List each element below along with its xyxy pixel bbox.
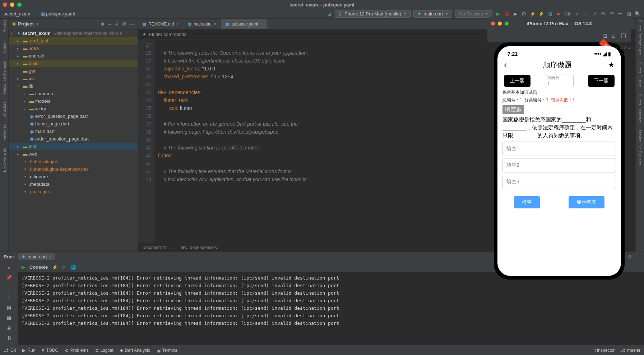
close-icon[interactable]: ×: [176, 22, 179, 27]
show-answer-button[interactable]: 显示答案: [569, 196, 604, 208]
chevron-icon[interactable]: ▸: [17, 62, 22, 65]
chevron-icon[interactable]: ▸: [17, 77, 22, 80]
tool-flutter-performance[interactable]: Flutter Performance: [638, 20, 642, 55]
tree-item--gitignore[interactable]: ▪.gitignore: [9, 173, 138, 180]
restart-icon[interactable]: ⟳: [62, 264, 66, 270]
maximize-window-icon[interactable]: [17, 3, 22, 7]
bottom-inspector[interactable]: t Inspector: [594, 348, 615, 353]
chevron-icon[interactable]: ▸: [17, 54, 22, 58]
tool-flutter-inspector[interactable]: Flutter Inspector: [638, 94, 642, 123]
tree-item-ios[interactable]: ▸▬ios: [9, 75, 138, 82]
chevron-down-icon[interactable]: ▼: [36, 22, 39, 26]
tree-item--flutter-plugins-dependencies[interactable]: ▪.flutter-plugins-dependencies: [9, 165, 138, 173]
tree-item-models[interactable]: ▸▬models: [9, 97, 138, 105]
chevron-icon[interactable]: ▸: [17, 47, 22, 50]
blank-input-3[interactable]: 填空3: [502, 175, 616, 189]
profile-icon[interactable]: ⏱: [521, 11, 527, 17]
tree-item--dart-tool[interactable]: ▸▬.dart_tool: [9, 37, 138, 45]
devtools-icon[interactable]: ▥: [547, 11, 553, 17]
up-icon[interactable]: ↑: [6, 294, 12, 301]
bottom-master[interactable]: ⎇master: [620, 348, 640, 353]
tab-README-md[interactable]: ▦README.md×: [138, 19, 183, 29]
hide-icon[interactable]: —: [130, 21, 135, 27]
git-commit-icon[interactable]: ✓: [583, 11, 589, 17]
bottom-problems[interactable]: ⊘Problems: [65, 348, 89, 353]
target-icon[interactable]: ⊕: [101, 21, 105, 27]
tree-item-error-question-page-dart[interactable]: ◉error_question_page.dart: [9, 112, 138, 120]
device-selector[interactable]: ▯ iPhone 12 Pro Max (mobile) ▼: [335, 10, 411, 18]
bottom-logcat[interactable]: ≣Logcat: [95, 348, 113, 353]
layout-icon[interactable]: ▦: [6, 314, 12, 321]
chevron-icon[interactable]: ▸: [17, 152, 22, 156]
tool-commit[interactable]: Commit: [2, 40, 6, 53]
tree-item-android[interactable]: ▸▬android: [9, 52, 138, 60]
ios-simulator[interactable]: iPhone 12 Pro Max – iOS 14.3 ⧉ ⌂ ☐ DEBUG…: [487, 17, 631, 280]
sim-traffic-lights[interactable]: [491, 22, 509, 26]
minimize-window-icon[interactable]: [10, 3, 14, 7]
print-icon[interactable]: 🖶: [6, 324, 12, 331]
chevron-icon[interactable]: ▸: [24, 100, 29, 103]
avd-icon[interactable]: ▭: [617, 11, 623, 17]
tab-pubspec-yaml[interactable]: ▦pubspec.yaml×: [221, 19, 267, 29]
prev-button[interactable]: 上一题: [504, 75, 531, 87]
home-icon[interactable]: ⌂: [612, 32, 616, 40]
run-file-tab[interactable]: ✦ main.dart ×: [18, 253, 56, 260]
tab-main-dart[interactable]: ▦main.dart×: [183, 19, 221, 29]
undo-icon[interactable]: ↶: [609, 11, 615, 17]
device-screen[interactable]: 7:21 •••• ◢ ▮ ‹ 顺序做题 ★ 上一题 跳转至 1 下一题: [497, 46, 621, 276]
lightning-icon[interactable]: ⚡: [52, 264, 58, 270]
run-icon[interactable]: ▶: [495, 11, 501, 17]
tree-item-test[interactable]: ▸▬test: [9, 143, 138, 150]
tree-root[interactable]: ▾ ✦ secret_exam ~/development/Projects/M…: [9, 29, 138, 37]
tree-item-web[interactable]: ▸▬web: [9, 150, 138, 158]
tool-favorites[interactable]: Favorites: [2, 124, 6, 140]
bottom-run[interactable]: ▶Run: [22, 348, 35, 353]
back-icon[interactable]: ‹: [504, 60, 507, 70]
tool-build-variants[interactable]: Build Variants: [2, 148, 6, 172]
trash-icon[interactable]: 🗑: [6, 335, 12, 341]
multitask-icon[interactable]: ☐: [621, 32, 626, 40]
project-tree[interactable]: ▾ ✦ secret_exam ~/development/Projects/M…: [9, 29, 138, 252]
tree-item-lib[interactable]: ▾▬lib: [9, 82, 138, 90]
history-icon[interactable]: ⟲: [600, 11, 606, 17]
maximize-icon[interactable]: [505, 22, 509, 26]
chevron-down-icon[interactable]: ▾: [11, 32, 16, 35]
screenshot-icon[interactable]: ▤: [6, 304, 12, 311]
bottom-todo[interactable]: ≡TODO: [42, 348, 58, 353]
chevron-icon[interactable]: ▸: [17, 39, 22, 43]
console-output[interactable]: [VERBOSE-2:profiler_metrics_ios.mm(184)]…: [18, 272, 644, 345]
bottom-terminal[interactable]: ▣Terminal: [157, 348, 179, 353]
close-icon[interactable]: [491, 22, 495, 26]
bottom-dart[interactable]: ◆Dart Analysis: [120, 348, 150, 353]
tree-item-home-page-dart[interactable]: ◉home_page.dart: [9, 120, 138, 128]
blank-input-1[interactable]: 填空1: [502, 142, 616, 156]
close-icon[interactable]: ×: [260, 22, 263, 27]
down-icon[interactable]: ↓: [6, 284, 12, 291]
close-icon[interactable]: ×: [214, 22, 216, 27]
breadcrumb[interactable]: secret_exam 〉 ▦ pubspec.yaml: [4, 11, 75, 17]
console-tab[interactable]: Console: [29, 264, 48, 270]
coverage-icon[interactable]: ▶: [513, 11, 518, 17]
crumb-path[interactable]: dev_dependencies:: [181, 245, 218, 250]
git-update-icon[interactable]: ✓: [574, 11, 580, 17]
stop-icon[interactable]: ■: [556, 11, 561, 17]
git-push-icon[interactable]: ↗: [592, 11, 597, 17]
tree-item--packages[interactable]: ▪.packages: [9, 188, 138, 195]
traffic-lights[interactable]: [3, 3, 22, 7]
breadcrumb-project[interactable]: secret_exam: [4, 11, 30, 17]
tree-item--flutter-plugins[interactable]: ▪.flutter-plugins: [9, 158, 138, 165]
tree-item-widget[interactable]: ▸▬widget: [9, 105, 138, 112]
jump-input[interactable]: 跳转至 1: [545, 74, 574, 87]
next-button[interactable]: 下一题: [588, 75, 615, 87]
chevron-icon[interactable]: ▸: [24, 107, 29, 111]
tool-flutter-outline[interactable]: Flutter Outline: [638, 62, 642, 87]
close-window-icon[interactable]: [3, 3, 7, 7]
sidebar-title[interactable]: Project: [18, 21, 34, 27]
tool-device-explorer[interactable]: Device File Explorer: [638, 130, 642, 165]
tool-structure[interactable]: Structure: [2, 101, 6, 117]
tool-project[interactable]: Project: [2, 20, 6, 32]
chevron-icon[interactable]: ▸: [17, 145, 22, 148]
console-play-icon[interactable]: ▶: [22, 264, 25, 270]
globe-icon[interactable]: 🌐: [70, 264, 76, 270]
blank-input-2[interactable]: 填空2: [502, 158, 616, 172]
